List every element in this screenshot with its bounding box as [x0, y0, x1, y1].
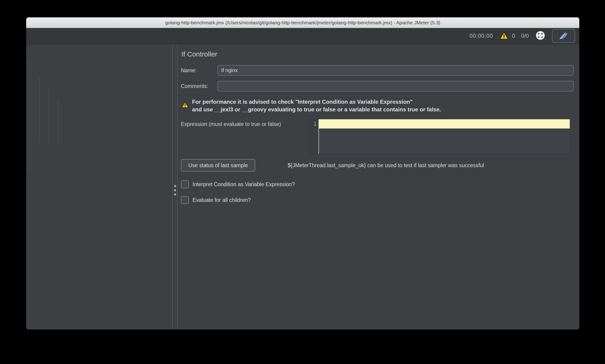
- warning-line-2: and use __jexl3 or __groovy evaluating t…: [192, 105, 441, 113]
- window-body: If Controller Name: If nginx Comments: F…: [26, 44, 579, 329]
- jmeter-window: golang-http-benchmark.jmx (/Users/nicola…: [26, 17, 579, 329]
- jmeter-logo-icon: [558, 31, 569, 41]
- panel-splitter[interactable]: [172, 44, 178, 329]
- remote-start-icon[interactable]: [535, 30, 546, 42]
- log-warning-badge[interactable]: 0: [499, 31, 515, 40]
- expression-editor[interactable]: 1: [309, 119, 570, 154]
- titlebar: golang-http-benchmark.jmx (/Users/nicola…: [26, 17, 579, 28]
- expression-code-line[interactable]: [319, 119, 570, 129]
- comments-input[interactable]: [218, 81, 574, 91]
- warning-icon: [499, 31, 509, 40]
- editor-empty-area[interactable]: [319, 129, 570, 154]
- name-input[interactable]: If nginx: [218, 65, 574, 76]
- evaluate-children-label: Evaluate for all children?: [193, 197, 251, 203]
- tree-guide-line: [58, 101, 59, 143]
- performance-warning: For performance it is advised to check "…: [181, 98, 574, 113]
- interpret-condition-label: Interpret Condition as Variable Expressi…: [193, 181, 295, 188]
- comments-label: Comments:: [181, 83, 218, 89]
- name-label: Name:: [181, 67, 218, 74]
- last-sample-helper-text: ${JMeterThread.last_sample_ok} can be us…: [288, 162, 484, 169]
- use-status-of-last-sample-button[interactable]: Use status of last sample: [181, 159, 255, 172]
- jmeter-logo-button[interactable]: [552, 29, 575, 43]
- interpret-condition-checkbox-row: ✓ Interpret Condition as Variable Expres…: [181, 180, 574, 188]
- elapsed-timer: 00:00:00: [470, 33, 493, 39]
- evaluate-children-checkbox-row: ✓ Evaluate for all children?: [181, 196, 574, 204]
- splitter-grip-icon[interactable]: [174, 185, 176, 195]
- warning-icon: [181, 101, 189, 109]
- window-title: golang-http-benchmark.jmx (/Users/nicola…: [26, 20, 579, 26]
- interpret-condition-checkbox[interactable]: ✓: [181, 180, 189, 188]
- expression-label: Expression (must evaluate to true or fal…: [181, 121, 309, 127]
- toolbar: 00:00:00 0 0/0: [26, 28, 579, 44]
- tree-guide-line: [49, 87, 49, 143]
- evaluate-children-checkbox[interactable]: ✓: [181, 196, 189, 204]
- tree-guide-line: [39, 78, 39, 143]
- page-title: If Controller: [181, 50, 574, 58]
- toolbar-status-area: 00:00:00 0 0/0: [470, 29, 575, 43]
- desktop-background: golang-http-benchmark.jmx (/Users/nicola…: [0, 0, 605, 364]
- warning-line-1: For performance it is advised to check "…: [192, 98, 441, 105]
- warning-count: 0: [512, 33, 515, 39]
- active-threads-count: 0/0: [521, 33, 529, 39]
- test-plan-tree: [26, 44, 172, 329]
- if-controller-panel: If Controller Name: If nginx Comments: F…: [178, 44, 579, 329]
- editor-line-number-gutter: 1: [309, 119, 319, 154]
- tree-guide-line: [30, 59, 30, 173]
